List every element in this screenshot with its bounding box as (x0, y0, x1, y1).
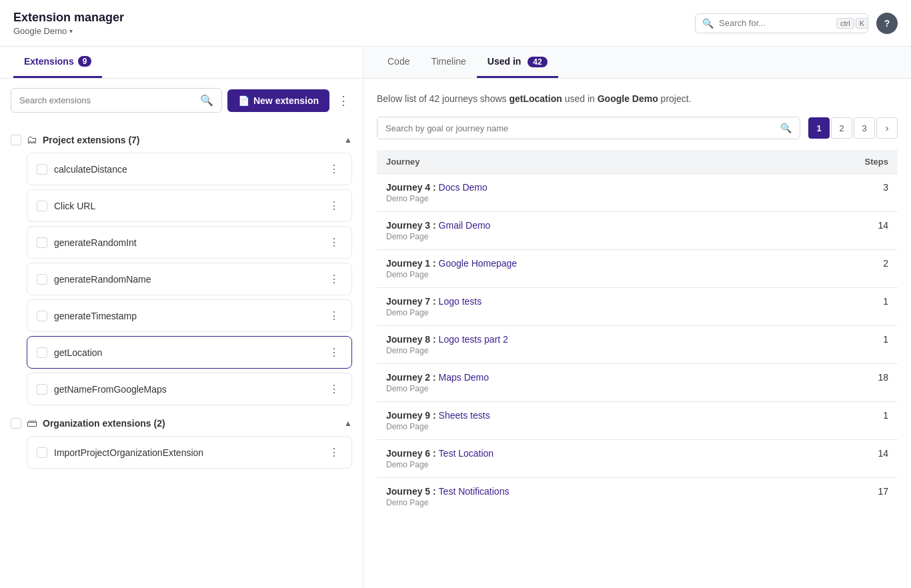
journey-cell: Journey 2 : Maps Demo Demo Page (377, 364, 783, 402)
sidebar-content: 🗂 Project extensions (7) ▲ calculateDist… (0, 122, 363, 588)
journey-sub: Demo Page (386, 498, 774, 507)
global-search-box[interactable]: 🔍 ctrl K (695, 13, 868, 33)
tab-extensions[interactable]: Extensions 9 (13, 47, 102, 78)
desc-mid: used in (562, 93, 598, 104)
app-header: Extension manager Google Demo ▾ 🔍 ctrl K… (0, 0, 911, 47)
org-group-collapse[interactable]: ▲ (344, 419, 352, 428)
more-options-button[interactable]: ⋮ (335, 91, 352, 111)
ext-name-generateTimestamp: generateTimestamp (54, 311, 319, 321)
ext-item-importProjectOrgExt[interactable]: ImportProjectOrganizationExtension ⋮ (27, 436, 352, 469)
table-row[interactable]: Journey 3 : Gmail Demo Demo Page 14 (377, 212, 898, 250)
ext-name-generateRandomInt: generateRandomInt (54, 237, 319, 248)
table-row[interactable]: Journey 5 : Test Notifications Demo Page… (377, 478, 898, 516)
ext-checkbox-generateRandomName[interactable] (37, 274, 47, 285)
header-right: 🔍 ctrl K ? (695, 13, 898, 34)
ext-checkbox-getNameFromGoogleMaps[interactable] (37, 384, 47, 395)
ext-more-importProjectOrgExt[interactable]: ⋮ (326, 445, 342, 460)
journey-sub: Demo Page (386, 232, 774, 241)
extensions-count-badge: 9 (78, 56, 92, 67)
global-search-input[interactable] (719, 18, 831, 28)
journey-cell: Journey 8 : Logo tests part 2 Demo Page (377, 326, 783, 364)
project-selector[interactable]: Google Demo ▾ (13, 26, 124, 36)
search-icon: 🔍 (702, 18, 714, 29)
journey-name: Journey 3 : Gmail Demo (386, 220, 774, 231)
journey-sub: Demo Page (386, 270, 774, 279)
journey-name: Journey 1 : Google Homepage (386, 258, 774, 269)
journey-title: Gmail Demo (439, 220, 491, 231)
journey-steps: 1 (783, 402, 898, 440)
ext-more-getLocation[interactable]: ⋮ (326, 345, 342, 360)
journey-name: Journey 2 : Maps Demo (386, 372, 774, 383)
extensions-search-button[interactable]: 🔍 (200, 94, 213, 107)
journey-title: Google Homepage (439, 258, 518, 269)
extensions-search-box[interactable]: 🔍 (11, 88, 222, 113)
org-group-checkbox[interactable] (11, 418, 21, 429)
ext-more-getNameFromGoogleMaps[interactable]: ⋮ (326, 381, 342, 397)
table-row[interactable]: Journey 8 : Logo tests part 2 Demo Page … (377, 326, 898, 364)
page-next-button[interactable]: › (876, 117, 898, 139)
help-button[interactable]: ? (876, 13, 898, 34)
new-extension-button[interactable]: 📄 New extension (227, 89, 329, 112)
journey-steps: 14 (783, 212, 898, 250)
org-group-icon: 🗃 (27, 417, 37, 429)
journey-title: Maps Demo (439, 372, 489, 383)
project-group-checkbox[interactable] (11, 135, 21, 145)
ext-more-calculateDistance[interactable]: ⋮ (326, 161, 342, 177)
ext-item-clickURL[interactable]: Click URL ⋮ (27, 189, 352, 222)
ext-item-generateTimestamp[interactable]: generateTimestamp ⋮ (27, 299, 352, 332)
page-3-button[interactable]: 3 (854, 117, 875, 139)
ext-checkbox-calculateDistance[interactable] (37, 164, 47, 175)
journey-search-box[interactable]: 🔍 (377, 117, 800, 139)
ext-more-generateRandomName[interactable]: ⋮ (326, 271, 342, 287)
page-2-button[interactable]: 2 (831, 117, 852, 139)
table-row[interactable]: Journey 9 : Sheets tests Demo Page 1 (377, 402, 898, 440)
ext-checkbox-getLocation[interactable] (37, 347, 47, 358)
tab-extensions-label: Extensions (24, 56, 74, 67)
desc-fn: getLocation (509, 93, 562, 104)
journey-title: Logo tests part 2 (439, 334, 508, 345)
ext-more-clickURL[interactable]: ⋮ (326, 198, 342, 213)
main-content: Below list of 42 journeys shows getLocat… (363, 79, 911, 588)
journey-steps: 2 (783, 250, 898, 288)
journey-title: Logo tests (439, 296, 482, 307)
journey-cell: Journey 3 : Gmail Demo Demo Page (377, 212, 783, 250)
journey-title: Test Location (439, 448, 494, 459)
journey-steps: 1 (783, 326, 898, 364)
org-group-header[interactable]: 🗃 Organization extensions (2) ▲ (11, 411, 352, 436)
ext-checkbox-generateTimestamp[interactable] (37, 311, 47, 321)
page-1-button[interactable]: 1 (808, 117, 830, 139)
table-row[interactable]: Journey 1 : Google Homepage Demo Page 2 (377, 250, 898, 288)
table-row[interactable]: Journey 7 : Logo tests Demo Page 1 (377, 288, 898, 326)
ext-item-generateRandomInt[interactable]: generateRandomInt ⋮ (27, 226, 352, 259)
journey-cell: Journey 5 : Test Notifications Demo Page (377, 478, 783, 516)
journey-search-input[interactable] (385, 123, 775, 133)
ext-checkbox-generateRandomInt[interactable] (37, 237, 47, 248)
desc-project: Google Demo (598, 93, 658, 104)
ext-checkbox-clickURL[interactable] (37, 201, 47, 211)
project-group-collapse[interactable]: ▲ (344, 135, 352, 145)
ext-item-getNameFromGoogleMaps[interactable]: getNameFromGoogleMaps ⋮ (27, 373, 352, 405)
ext-item-generateRandomName[interactable]: generateRandomName ⋮ (27, 263, 352, 295)
journey-cell: Journey 6 : Test Location Demo Page (377, 440, 783, 478)
ext-item-calculateDistance[interactable]: calculateDistance ⋮ (27, 153, 352, 185)
new-ext-icon: 📄 (238, 95, 249, 106)
used-in-description: Below list of 42 journeys shows getLocat… (377, 92, 898, 106)
ext-checkbox-importProjectOrgExt[interactable] (37, 447, 47, 458)
ext-more-generateRandomInt[interactable]: ⋮ (326, 235, 342, 250)
tab-timeline[interactable]: Timeline (420, 47, 476, 78)
table-row[interactable]: Journey 4 : Docs Demo Demo Page 3 (377, 174, 898, 212)
journey-name: Journey 7 : Logo tests (386, 296, 774, 307)
table-row[interactable]: Journey 2 : Maps Demo Demo Page 18 (377, 364, 898, 402)
project-group-header[interactable]: 🗂 Project extensions (7) ▲ (11, 127, 352, 153)
main-tabs: Code Timeline Used in 42 (363, 47, 911, 79)
ext-item-getLocation[interactable]: getLocation ⋮ (27, 336, 352, 369)
journey-search-row: 🔍 1 2 3 › (377, 117, 898, 139)
table-row[interactable]: Journey 6 : Test Location Demo Page 14 (377, 440, 898, 478)
journey-name: Journey 4 : Docs Demo (386, 182, 774, 193)
extensions-search-input[interactable] (19, 95, 195, 105)
tab-code[interactable]: Code (377, 47, 420, 78)
tab-used-in[interactable]: Used in 42 (477, 47, 558, 78)
journey-cell: Journey 4 : Docs Demo Demo Page (377, 174, 783, 212)
col-journey-header: Journey (377, 150, 783, 174)
ext-more-generateTimestamp[interactable]: ⋮ (326, 308, 342, 323)
